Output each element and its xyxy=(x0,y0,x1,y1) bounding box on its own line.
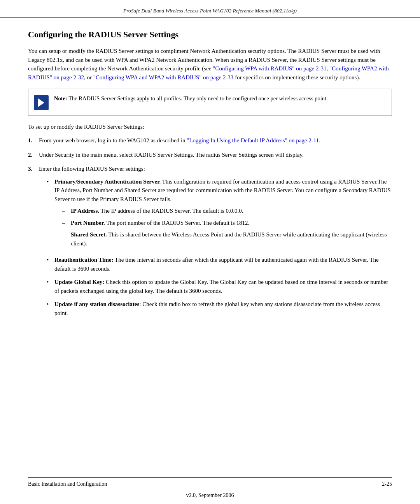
bullet-sym-4: • xyxy=(47,300,54,309)
bullet-primary-bold: Primary/Secondary Authentication Server. xyxy=(54,178,161,185)
intro-comma: , xyxy=(327,65,330,72)
bullet-list: • Primary/Secondary Authentication Serve… xyxy=(39,177,392,318)
step-2-num: 2. xyxy=(28,150,39,159)
intro-or: , or xyxy=(84,74,93,80)
setup-intro: To set up or modify the RADIUS Server Se… xyxy=(28,123,392,131)
bullet-disassoc-text: Update if any station disassociates: Che… xyxy=(54,300,392,317)
step-2-text: Under Security in the main menu, select … xyxy=(39,150,304,159)
bullet-primary-text: Primary/Secondary Authentication Server.… xyxy=(54,177,392,251)
bullet-item-globalkey: • Update Global Key: Check this option t… xyxy=(39,278,392,295)
sub-ip-bold: IP Address. xyxy=(71,208,99,214)
step-1-text: From your web browser, log in to the WAG… xyxy=(39,136,320,145)
step-1-num: 1. xyxy=(28,136,39,145)
step-3: 3. Enter the following RADIUS Server set… xyxy=(28,164,392,322)
sub-bullet-ip: – IP Address. The IP address of the RADI… xyxy=(54,206,392,215)
link-logging-in[interactable]: "Logging In Using the Default IP Address… xyxy=(187,137,319,144)
intro-paragraph: You can setup or modify the RADIUS Serve… xyxy=(28,47,392,82)
sub-dash-2: – xyxy=(62,219,71,228)
sub-dash-1: – xyxy=(62,206,71,215)
note-text: Note: The RADIUS Server Settings apply t… xyxy=(54,94,328,103)
sub-secret-bold: Shared Secret. xyxy=(71,231,107,238)
sub-ip-text: IP Address. The IP address of the RADIUS… xyxy=(71,206,243,215)
bullet-globalkey-text: Update Global Key: Check this option to … xyxy=(54,278,392,295)
sub-port-bold: Port Number. xyxy=(71,220,105,226)
bullet-globalkey-bold: Update Global Key: xyxy=(54,279,104,285)
sub-secret-text: Shared Secret. This is shared between th… xyxy=(71,230,392,248)
footer-version: v2.0, September 2006 xyxy=(0,488,420,504)
sub-dash-3: – xyxy=(62,230,71,239)
bullet-disassoc-bold: Update if any station disassociates xyxy=(54,301,139,307)
link-wpa-radius[interactable]: "Configuring WPA with RADIUS" on page 2-… xyxy=(213,65,326,72)
sub-bullet-list: – IP Address. The IP address of the RADI… xyxy=(54,206,392,248)
bullet-sym-3: • xyxy=(47,278,54,287)
sub-bullet-secret: – Shared Secret. This is shared between … xyxy=(54,230,392,248)
page-title: Configuring the RADIUS Server Settings xyxy=(28,28,392,41)
steps-list: 1. From your web browser, log in to the … xyxy=(28,136,392,322)
bullet-item-reauth: • Reauthentication Time: The time interv… xyxy=(39,256,392,273)
bullet-reauth-text: Reauthentication Time: The time interval… xyxy=(54,256,392,273)
step-3-num: 3. xyxy=(28,164,39,173)
note-bold-label: Note: xyxy=(54,95,67,102)
note-arrow-icon xyxy=(34,95,49,110)
step-3-text: Enter the following RADIUS Server settin… xyxy=(39,164,392,322)
arrow-shape xyxy=(38,98,44,107)
bullet-item-disassoc: • Update if any station disassociates: C… xyxy=(39,300,392,317)
note-box: Note: The RADIUS Server Settings apply t… xyxy=(28,89,392,116)
step-2: 2. Under Security in the main menu, sele… xyxy=(28,150,392,159)
page-footer: Basic Installation and Configuration 2-2… xyxy=(28,477,392,488)
bullet-sym-1: • xyxy=(47,177,54,186)
sub-port-text: Port Number. The port number of the RADI… xyxy=(71,219,249,228)
link-wpa-wpa2-radius[interactable]: "Configuring WPA and WPA2 with RADIUS" o… xyxy=(93,74,234,80)
step-1: 1. From your web browser, log in to the … xyxy=(28,136,392,145)
header-text: ProSafe Dual Band Wireless Access Point … xyxy=(123,8,297,14)
page-header: ProSafe Dual Band Wireless Access Point … xyxy=(0,0,420,18)
footer-left: Basic Installation and Configuration xyxy=(28,480,107,488)
sub-bullet-port: – Port Number. The port number of the RA… xyxy=(54,219,392,228)
bullet-item-primary: • Primary/Secondary Authentication Serve… xyxy=(39,177,392,251)
note-body: The RADIUS Server Settings apply to all … xyxy=(67,95,328,102)
intro-suffix: for specifics on implementing these secu… xyxy=(233,74,360,80)
footer-right: 2-25 xyxy=(382,480,392,488)
bullet-sym-2: • xyxy=(47,256,54,264)
bullet-reauth-bold: Reauthentication Time: xyxy=(54,257,114,263)
